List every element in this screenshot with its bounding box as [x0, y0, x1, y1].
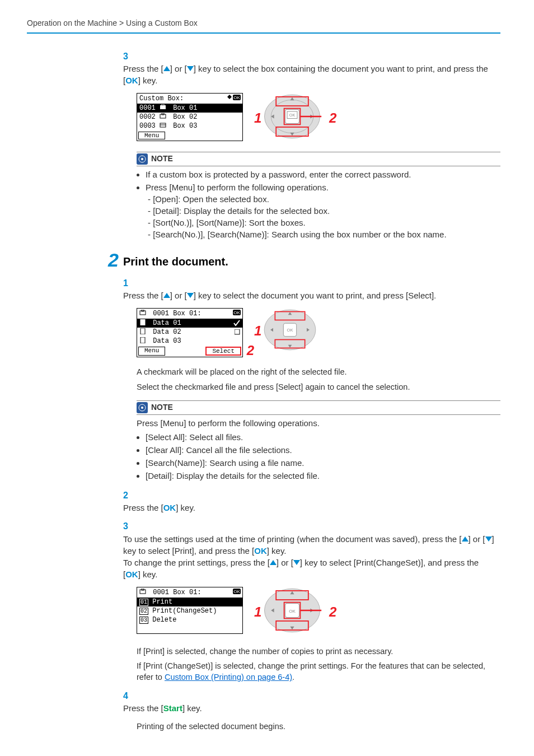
svg-text:OK: OK — [233, 310, 240, 315]
menu-softkey: Menu — [138, 347, 165, 356]
svg-text:OK: OK — [287, 328, 293, 333]
ok-key-label: OK — [125, 76, 138, 85]
svg-rect-32 — [140, 337, 145, 343]
down-arrow-icon — [187, 66, 194, 71]
section-title: Print the document. — [123, 254, 500, 269]
svg-rect-30 — [140, 328, 145, 334]
down-arrow-icon — [293, 560, 300, 565]
svg-text:OK: OK — [289, 113, 296, 118]
svg-text:OK: OK — [233, 589, 240, 594]
lcd-custom-box: Custom Box: OK 0001 Box 01 0002 Box 02 0… — [137, 93, 243, 141]
ok-key-label: OK — [125, 570, 138, 579]
svg-point-24 — [141, 158, 143, 160]
breadcrumb: Operation on the Machine > Using a Custo… — [27, 18, 198, 27]
locked-box-icon — [139, 589, 147, 595]
select-softkey: Select — [205, 347, 241, 356]
ok-key-label: OK — [163, 503, 176, 512]
note-block: NOTE Press [Menu] to perform the followi… — [137, 400, 500, 482]
keypad-diagram: 1 OK 2 — [262, 93, 374, 143]
checkbox-icon — [235, 329, 240, 335]
substep-number: 4 — [123, 690, 132, 702]
callout-number: 1 — [254, 321, 261, 340]
file-icon — [139, 328, 147, 334]
paragraph: Select the checkmarked file and press [S… — [137, 381, 500, 393]
down-arrow-icon — [187, 293, 194, 298]
up-arrow-icon — [270, 560, 277, 565]
cross-reference-link[interactable]: Custom Box (Printing) on page 6-4) — [165, 673, 292, 682]
ok-key-label: OK — [254, 546, 267, 556]
svg-rect-5 — [162, 104, 164, 106]
lcd-box-contents: 0001 Box 01: OK Data 01 Data 02 — [137, 308, 243, 357]
paragraph: Printing of the selected document begins… — [137, 721, 500, 732]
svg-text:OK: OK — [289, 608, 296, 613]
dpad-icon: OK — [262, 308, 318, 352]
paragraph: If [Print] is selected, change the numbe… — [137, 646, 500, 657]
paragraph: A checkmark will be placed on the right … — [137, 366, 500, 377]
note-icon — [137, 153, 148, 165]
substep-number: 2 — [123, 489, 132, 502]
nav-ok-icon: OK — [227, 589, 241, 594]
callout-number: 2 — [329, 109, 336, 128]
menu-softkey: Menu — [138, 132, 165, 139]
svg-text:OK: OK — [233, 95, 240, 100]
up-arrow-icon — [163, 66, 170, 71]
file-icon — [139, 337, 147, 343]
dpad-icon: OK — [262, 93, 322, 140]
callout-number: 1 — [254, 603, 261, 622]
svg-point-44 — [141, 407, 143, 409]
file-icon — [139, 319, 147, 325]
checkmark-icon — [233, 320, 240, 326]
up-arrow-icon — [163, 293, 170, 298]
start-key-label: Start — [163, 703, 182, 713]
step-number: 2 — [100, 250, 119, 269]
svg-rect-31 — [235, 329, 240, 334]
substep-number: 3 — [123, 520, 132, 533]
svg-marker-0 — [229, 95, 232, 99]
callout-number: 1 — [254, 109, 261, 128]
keypad-diagram: 1 OK 2 — [262, 587, 374, 637]
instruction-text: Press the [] or [] key to select the box… — [123, 63, 498, 86]
locked-box-icon — [160, 104, 167, 110]
box-icon — [160, 122, 167, 128]
down-arrow-icon — [485, 536, 492, 542]
substep-number: 1 — [123, 277, 132, 290]
callout-number: 2 — [329, 603, 336, 622]
note-block: NOTE If a custom box is protected by a p… — [137, 152, 500, 240]
paragraph: If [Print (ChangeSet)] is selected, chan… — [137, 660, 500, 683]
up-arrow-icon — [462, 536, 469, 542]
keypad-diagram: 1 OK — [262, 308, 363, 354]
dpad-icon: OK — [262, 587, 322, 634]
callout-number: 2 — [247, 341, 254, 360]
nav-ok-icon: OK — [227, 95, 241, 100]
instruction-text: To use the settings used at the time of … — [123, 533, 498, 580]
instruction-text: Press the [] or [] key to select the doc… — [123, 290, 498, 301]
svg-marker-1 — [227, 95, 229, 99]
locked-box-icon — [160, 113, 167, 119]
note-icon — [137, 402, 148, 413]
instruction-text: Press the [OK] key. — [123, 502, 498, 514]
svg-rect-29 — [140, 319, 145, 325]
locked-box-icon — [139, 310, 147, 316]
lcd-print-menu: 0001 Box 01: OK 01 Print 02 Print(Change… — [137, 587, 243, 634]
nav-ok-icon: OK — [227, 310, 241, 315]
instruction-text: Press the [Start] key. — [123, 702, 498, 714]
substep-number: 3 — [123, 50, 132, 63]
